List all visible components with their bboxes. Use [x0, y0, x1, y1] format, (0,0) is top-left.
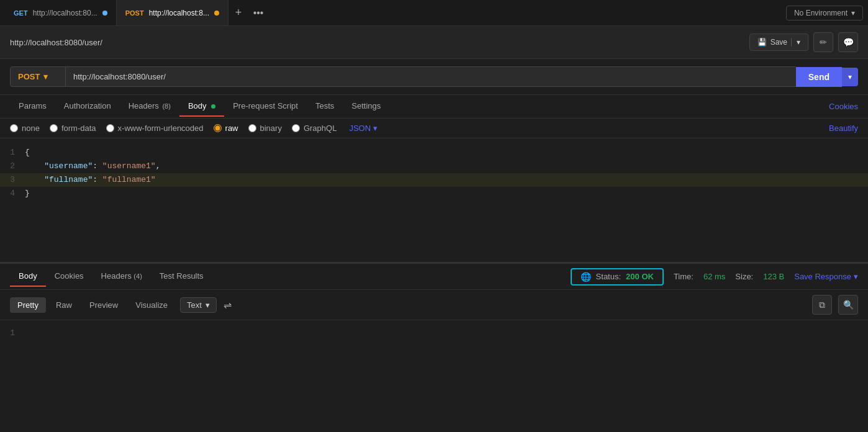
env-selector-label: No Environment [794, 9, 848, 17]
json-chevron-icon: ▾ [373, 124, 377, 133]
edit-button[interactable]: ✏ [813, 32, 833, 52]
code-line-1: 1 { [0, 146, 868, 160]
tab-body[interactable]: Body [179, 96, 224, 117]
tab-bar: GET http://localhost:80... POST http://l… [0, 0, 868, 26]
option-raw[interactable]: raw [214, 124, 238, 133]
copy-icon: ⧉ [819, 300, 825, 310]
save-response-button[interactable]: Save Response ▾ [794, 272, 858, 281]
tab-bar-right: No Environment ▾ [786, 6, 863, 20]
search-response-button[interactable]: 🔍 [838, 295, 858, 315]
request-bar: POST ▾ Send ▾ [0, 59, 868, 95]
add-tab-button[interactable]: + [228, 3, 248, 23]
status-value: 200 OK [626, 272, 654, 281]
tab-post[interactable]: POST http://localhost:8... [117, 0, 228, 25]
size-value: 123 B [763, 272, 784, 281]
edit-icon: ✏ [820, 37, 827, 47]
env-chevron-icon: ▾ [851, 9, 855, 17]
comment-icon: 💬 [843, 37, 854, 47]
method-chevron-icon: ▾ [43, 72, 48, 81]
tab-post-dot [214, 11, 219, 16]
fmt-tab-visualize[interactable]: Visualize [128, 297, 175, 313]
save-label: Save [771, 38, 787, 47]
tab-get-dot [102, 11, 107, 16]
fmt-tab-pretty[interactable]: Pretty [10, 297, 46, 313]
copy-response-button[interactable]: ⧉ [812, 295, 832, 315]
option-binary[interactable]: binary [248, 124, 282, 133]
response-tabs-row: Body Cookies Headers (4) Test Results 🌐 … [0, 264, 868, 290]
send-chevron-button[interactable]: ▾ [842, 68, 858, 86]
code-line-4: 4 } [0, 187, 868, 200]
tab-pre-request-script[interactable]: Pre-request Script [224, 96, 307, 117]
response-tab-cookies[interactable]: Cookies [46, 266, 93, 287]
more-tabs-button[interactable]: ••• [248, 3, 268, 23]
send-main-button[interactable]: Send [796, 67, 842, 87]
json-format-selector[interactable]: JSON ▾ [349, 124, 377, 133]
tab-get-method: GET [14, 9, 28, 17]
url-bar-actions: 💾 Save ▾ ✏ 💬 [749, 32, 858, 52]
save-icon: 💾 [757, 38, 767, 47]
request-title: http://localhost:8080/user/ [10, 38, 102, 47]
wrap-icon: ⇌ [224, 299, 232, 311]
tab-params[interactable]: Params [10, 96, 55, 117]
tab-tests[interactable]: Tests [307, 96, 343, 117]
response-status-area: 🌐 Status: 200 OK Time: 62 ms Size: 123 B… [571, 268, 858, 286]
response-line-1: 1 [0, 326, 868, 340]
wrap-button[interactable]: ⇌ [219, 296, 237, 313]
cookies-button[interactable]: Cookies [829, 102, 858, 111]
response-format-selector[interactable]: Text ▾ [180, 297, 217, 313]
tab-headers[interactable]: Headers (8) [120, 96, 179, 117]
environment-selector[interactable]: No Environment ▾ [786, 6, 863, 20]
code-line-3: 3 "fullname": "fullname1" [0, 173, 868, 187]
response-actions: ⧉ 🔍 [812, 295, 858, 315]
option-none[interactable]: none [10, 124, 40, 133]
time-label: Time: [674, 272, 694, 281]
response-tab-test-results[interactable]: Test Results [151, 266, 212, 287]
status-label: Status: [596, 272, 621, 281]
response-format-bar: Pretty Raw Preview Visualize Text ▾ ⇌ ⧉ … [0, 290, 868, 320]
json-label: JSON [349, 124, 371, 133]
response-format-label: Text [187, 300, 202, 310]
code-editor[interactable]: 1 { 2 "username": "username1", 3 "fullna… [0, 138, 868, 263]
request-tabs-nav: Params Authorization Headers (8) Body Pr… [0, 95, 868, 119]
code-line-2: 2 "username": "username1", [0, 160, 868, 173]
tab-get-url: http://localhost:80... [33, 9, 97, 17]
time-value: 62 ms [703, 272, 725, 281]
response-format-chevron-icon: ▾ [206, 300, 210, 310]
tab-get[interactable]: GET http://localhost:80... [5, 0, 117, 25]
response-section: Body Cookies Headers (4) Test Results 🌐 … [0, 263, 868, 358]
fmt-tab-preview[interactable]: Preview [82, 297, 125, 313]
fmt-tab-raw[interactable]: Raw [48, 297, 79, 313]
search-icon: 🔍 [843, 300, 854, 310]
comment-button[interactable]: 💬 [838, 32, 858, 52]
option-graphql[interactable]: GraphQL [292, 124, 337, 133]
method-selector[interactable]: POST ▾ [10, 66, 66, 87]
size-label: Size: [735, 272, 753, 281]
tab-authorization[interactable]: Authorization [55, 96, 120, 117]
body-active-dot [211, 104, 215, 109]
option-form-data[interactable]: form-data [50, 124, 96, 133]
response-tab-headers[interactable]: Headers (4) [93, 266, 151, 287]
method-label: POST [18, 72, 40, 81]
beautify-button[interactable]: Beautify [829, 124, 858, 133]
save-response-chevron-icon: ▾ [854, 272, 858, 281]
send-button[interactable]: Send ▾ [796, 67, 858, 87]
url-input[interactable] [66, 66, 796, 87]
response-body: 1 [0, 320, 868, 358]
tab-post-url: http://localhost:8... [149, 9, 209, 17]
body-options-bar: none form-data x-www-form-urlencoded raw… [0, 119, 868, 138]
status-box: 🌐 Status: 200 OK [571, 268, 664, 286]
response-tab-body[interactable]: Body [10, 266, 46, 287]
tab-settings[interactable]: Settings [343, 96, 389, 117]
globe-icon: 🌐 [581, 272, 591, 282]
save-button[interactable]: 💾 Save ▾ [749, 34, 808, 51]
save-chevron-icon[interactable]: ▾ [791, 38, 800, 47]
url-bar: http://localhost:8080/user/ 💾 Save ▾ ✏ 💬 [0, 26, 868, 59]
tab-post-method: POST [125, 9, 144, 17]
option-urlencoded[interactable]: x-www-form-urlencoded [106, 124, 204, 133]
